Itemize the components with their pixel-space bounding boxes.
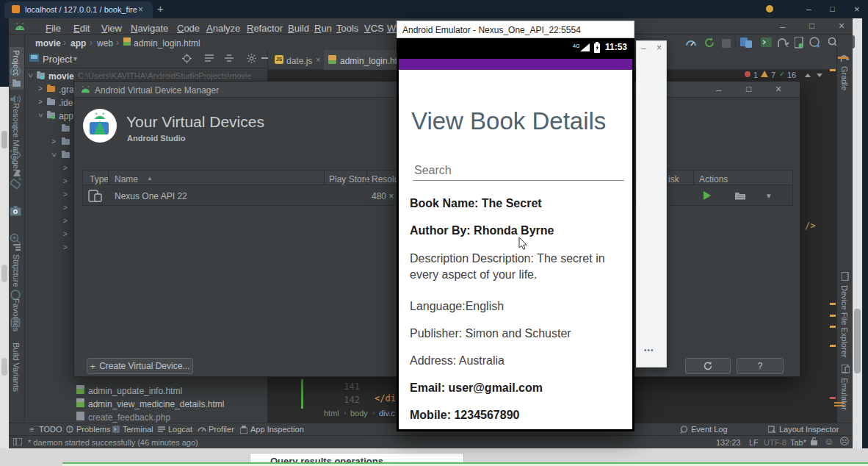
tool-tab-app-inspection[interactable]: App Inspection: [250, 426, 304, 434]
screenshot-camera-button[interactable]: [7, 203, 23, 219]
close-icon[interactable]: ×: [316, 56, 320, 64]
emulator-close-button[interactable]: ×: [657, 43, 662, 52]
warning-stripe-mark[interactable]: [830, 69, 836, 71]
warning-stripe-mark[interactable]: [830, 326, 836, 328]
volume-down-button[interactable]: [7, 119, 23, 135]
menu-refactor[interactable]: Refactor: [247, 23, 283, 34]
help-button[interactable]: ?: [737, 358, 784, 374]
profiler-gauge-icon[interactable]: [685, 37, 697, 48]
chevron-collapsed-icon[interactable]: >: [51, 138, 56, 146]
chevron-expanded-icon[interactable]: >: [50, 153, 57, 157]
breadcrumb-file[interactable]: admin_login.html: [134, 39, 200, 48]
power-button[interactable]: [7, 63, 23, 79]
editor-tab-datejs[interactable]: date.js: [286, 57, 312, 65]
gear-icon[interactable]: [247, 54, 256, 63]
browser-tab-close-icon[interactable]: ×: [138, 5, 143, 14]
column-name[interactable]: Name: [115, 174, 138, 184]
sdk-manager-icon[interactable]: [761, 37, 772, 47]
menu-run[interactable]: Run: [314, 23, 332, 34]
warning-stripe-mark[interactable]: [830, 315, 836, 317]
rotate-left-button[interactable]: [7, 147, 23, 163]
avd-minimize-button[interactable]: –: [716, 85, 721, 95]
device-phone-icon[interactable]: [795, 37, 803, 49]
studio-close-button[interactable]: ×: [839, 21, 845, 31]
tree-file-create-feedback[interactable]: create_feedback.php: [88, 412, 170, 423]
status-message[interactable]: * daemon started successfully (46 minute…: [28, 439, 198, 447]
chevron-collapsed-icon[interactable]: >: [63, 165, 68, 172]
event-log-button[interactable]: Event Log: [691, 426, 728, 434]
overview-button[interactable]: [7, 315, 23, 331]
zoom-button[interactable]: [7, 231, 23, 247]
tool-tab-logcat[interactable]: Logcat: [168, 426, 192, 434]
browser-scrollbar[interactable]: [853, 18, 862, 448]
line-separator-indicator[interactable]: LF: [749, 439, 759, 447]
collapse-all-icon[interactable]: [225, 54, 234, 62]
menu-view[interactable]: View: [101, 23, 122, 34]
project-panel-title[interactable]: Project: [43, 54, 72, 64]
tree-file-admin-update-info[interactable]: admin_update_info.html: [88, 386, 182, 396]
indent-indicator[interactable]: Tab*: [790, 439, 806, 447]
browser-close-button[interactable]: ×: [854, 4, 860, 14]
avd-close-button[interactable]: ×: [775, 84, 781, 94]
tool-tab-profiler[interactable]: Profiler: [209, 426, 234, 434]
breadcrumb-app[interactable]: app: [70, 39, 86, 48]
warning-stripe-mark[interactable]: [830, 303, 836, 305]
warning-count[interactable]: 7: [771, 71, 775, 79]
create-virtual-device-button[interactable]: + Create Virtual Device...: [87, 358, 193, 374]
tool-tab-todo[interactable]: TODO: [39, 426, 62, 434]
gradle-elephant-icon[interactable]: [777, 37, 789, 48]
sidebar-tab-build-variants[interactable]: Build Variants: [12, 343, 20, 392]
hide-panel-icon[interactable]: [261, 57, 268, 59]
chevron-collapsed-icon[interactable]: >: [63, 231, 68, 238]
chevron-collapsed-icon[interactable]: >: [63, 191, 68, 198]
home-button[interactable]: [7, 287, 23, 303]
caret-position[interactable]: 132:23: [716, 439, 741, 447]
back-button[interactable]: [7, 259, 23, 275]
tree-item-idea[interactable]: .ide: [59, 98, 73, 108]
rotate-right-button[interactable]: [7, 175, 23, 191]
chevron-collapsed-icon[interactable]: >: [63, 178, 68, 185]
browser-new-tab-button[interactable]: +: [157, 3, 164, 14]
breadcrumb-movie[interactable]: movie: [35, 39, 61, 48]
sidebar-tab-gradle[interactable]: Gradle: [840, 66, 848, 90]
browser-maximize-button[interactable]: □: [830, 5, 835, 13]
chevron-collapsed-icon[interactable]: >: [38, 85, 43, 93]
chevron-collapsed-icon[interactable]: >: [63, 218, 68, 225]
device-name[interactable]: Nexus One API 22: [115, 192, 187, 201]
search-input[interactable]: [413, 160, 624, 181]
browser-scrollbar-thumb[interactable]: [854, 309, 861, 373]
refresh-button[interactable]: [685, 358, 731, 374]
lock-icon[interactable]: [811, 437, 817, 445]
tree-root-movie[interactable]: movie: [48, 71, 74, 82]
chevron-expanded-icon[interactable]: >: [37, 113, 44, 118]
chevron-collapsed-icon[interactable]: >: [63, 204, 68, 212]
tree-item-app[interactable]: app: [59, 111, 73, 121]
more-options-button[interactable]: •••: [644, 347, 654, 354]
more-actions-dropdown-icon[interactable]: ▾: [767, 192, 771, 200]
emulator-minimize-button[interactable]: –: [641, 44, 646, 53]
column-disk[interactable]: isk: [668, 174, 679, 184]
folder-actions-icon[interactable]: [734, 191, 746, 200]
menu-file[interactable]: File: [46, 23, 61, 34]
column-actions[interactable]: Actions: [699, 174, 728, 184]
encoding-indicator[interactable]: UTF-8: [764, 439, 786, 447]
browser-left-handle[interactable]: [1, 358, 7, 376]
sad-face-icon[interactable]: ☹: [839, 437, 850, 446]
passed-count[interactable]: 16: [787, 71, 796, 79]
browser-left-handle[interactable]: [1, 131, 7, 148]
tree-file-admin-view-medicine[interactable]: admin_view_medicine_details.html: [88, 399, 224, 409]
studio-minimize-button[interactable]: –: [780, 22, 785, 32]
editor-path-html[interactable]: html: [324, 409, 339, 417]
happy-face-icon[interactable]: ☺: [824, 437, 833, 446]
volume-up-button[interactable]: [7, 91, 23, 107]
chevron-collapsed-icon[interactable]: >: [38, 98, 43, 106]
editor-path-body[interactable]: body: [350, 409, 368, 417]
column-play-store[interactable]: Play Store: [329, 174, 369, 184]
editor-path-div[interactable]: div.c: [379, 409, 395, 417]
menu-analyze[interactable]: Analyze: [206, 23, 240, 34]
tree-item-gradle[interactable]: .gra: [59, 85, 74, 95]
sync-download-icon[interactable]: [809, 37, 821, 49]
chevron-up-icon[interactable]: [805, 74, 811, 77]
run-device-button[interactable]: [704, 191, 711, 200]
menu-edit[interactable]: Edit: [73, 23, 90, 34]
